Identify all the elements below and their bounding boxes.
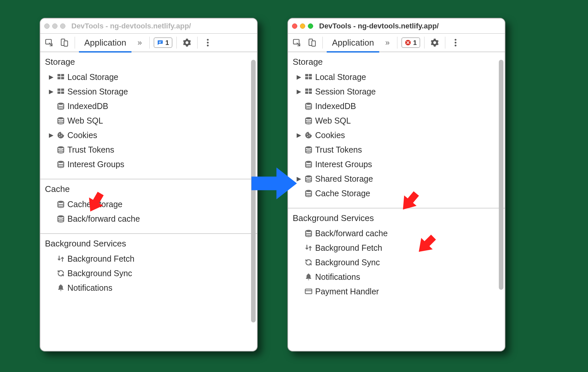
settings-button[interactable] [428,36,441,49]
tree-item[interactable]: ▶Session Storage [288,84,505,99]
tree-item[interactable]: ▶IndexedDB [288,99,505,113]
tree-item[interactable]: ▶Web SQL [40,113,257,128]
annotation-arrow-icon [415,233,438,256]
sync-icon [304,258,313,267]
zoom-icon[interactable] [308,23,313,29]
divider [445,37,445,49]
svg-point-51 [306,230,312,232]
fetch-icon [304,243,313,252]
zoom-icon[interactable] [60,23,65,29]
tree-item[interactable]: ▶Background Fetch [288,241,505,255]
db-icon [304,174,313,183]
tree-item[interactable]: ▶Cache Storage [40,197,257,211]
svg-rect-3 [159,42,161,42]
tree-item[interactable]: ▶Interest Groups [288,157,505,171]
tree-item-label: IndexedDB [67,101,108,111]
fetch-icon [56,254,65,263]
tree-item-label: Background Fetch [315,243,382,253]
traffic-lights [44,23,65,29]
titlebar[interactable]: DevTools - ng-devtools.netlify.app/ [288,19,505,34]
section-title: Storage [40,52,257,70]
svg-point-18 [59,133,60,134]
db-icon [304,189,313,198]
svg-rect-9 [61,74,64,76]
tree-item[interactable]: ▶Trust Tokens [288,142,505,157]
tree-item-label: Back/forward cache [67,214,140,224]
tree-item[interactable]: ▶Shared Storage [288,171,505,186]
settings-button[interactable] [181,36,193,49]
tree-item[interactable]: ▶Cache Storage [288,186,505,201]
section-title: Background Services [288,208,505,226]
svg-rect-0 [46,39,51,44]
minimize-icon[interactable] [300,23,305,29]
tree-item[interactable]: ▶Session Storage [40,84,257,99]
issues-badge[interactable]: 1 [154,37,172,48]
tree-item[interactable]: ▶Local Storage [288,70,505,84]
svg-point-23 [58,161,64,163]
scroll-thumb[interactable] [499,60,503,290]
expand-caret-icon[interactable]: ▶ [296,88,302,95]
svg-point-5 [207,39,208,41]
svg-point-49 [306,175,312,177]
tree-item[interactable]: ▶Cookies [40,128,257,142]
tree-item-label: Session Storage [67,87,128,96]
tree-item-label: Shared Storage [315,174,373,184]
minimize-icon[interactable] [52,23,57,29]
tree-item-label: Notifications [67,283,112,293]
kebab-menu-button[interactable] [449,36,462,49]
tree-item-label: Web SQL [315,116,351,126]
inspect-element-button[interactable] [291,36,303,49]
device-toolbar-button[interactable] [306,36,318,49]
svg-rect-13 [61,89,64,91]
cookie-icon [56,130,65,140]
expand-caret-icon[interactable]: ▶ [48,73,54,81]
db-icon [304,101,313,111]
db-icon [304,116,313,125]
tree-item-label: Web SQL [67,116,103,126]
more-tabs-button[interactable]: » [134,38,145,47]
panel-tab-application[interactable]: Application [79,33,131,52]
svg-rect-35 [305,77,308,79]
device-toolbar-button[interactable] [58,36,71,49]
close-icon[interactable] [44,23,50,29]
expand-caret-icon[interactable]: ▶ [48,88,54,95]
svg-rect-2 [64,41,68,46]
more-tabs-button[interactable]: » [382,38,393,47]
tree-item[interactable]: ▶Notifications [40,280,257,295]
tree-item[interactable]: ▶Local Storage [40,70,257,84]
card-icon [304,287,313,296]
titlebar[interactable]: DevTools - ng-devtools.netlify.app/ [40,19,257,34]
inspect-element-button[interactable] [43,36,55,49]
section-group: ▶Back/forward cache▶Background Fetch▶Bac… [288,226,505,301]
tree-item[interactable]: ▶Background Sync [40,266,257,280]
svg-point-25 [58,215,64,217]
scrollbar[interactable] [499,52,503,349]
tree-item[interactable]: ▶Trust Tokens [40,142,257,157]
tree-item[interactable]: ▶Background Fetch [40,251,257,266]
tree-item[interactable]: ▶Back/forward cache [288,226,505,241]
tree-item[interactable]: ▶Background Sync [288,255,505,270]
application-tree: Storage▶Local Storage▶Session Storage▶In… [288,52,505,351]
devtools-toolbar: Application » 1 [40,34,257,52]
svg-rect-36 [309,77,312,79]
expand-caret-icon[interactable]: ▶ [296,131,302,139]
expand-caret-icon[interactable]: ▶ [48,131,54,139]
tree-item[interactable]: ▶Back/forward cache [40,211,257,226]
transition-arrow-icon [251,165,297,202]
svg-rect-33 [305,74,308,76]
tree-item[interactable]: ▶Interest Groups [40,157,257,171]
tree-item[interactable]: ▶Cookies [288,128,505,142]
expand-caret-icon[interactable]: ▶ [296,73,302,81]
close-icon[interactable] [292,23,297,29]
kebab-menu-button[interactable] [202,36,214,49]
tree-item[interactable]: ▶Notifications [288,270,505,284]
db-icon [56,101,65,111]
db-icon [56,145,65,154]
tree-item-label: Session Storage [315,87,376,96]
tree-item[interactable]: ▶Payment Handler [288,284,505,299]
tree-item[interactable]: ▶IndexedDB [40,99,257,113]
svg-point-7 [207,45,208,46]
panel-tab-application[interactable]: Application [327,33,379,52]
tree-item[interactable]: ▶Web SQL [288,113,505,128]
errors-badge[interactable]: 1 [401,37,420,48]
